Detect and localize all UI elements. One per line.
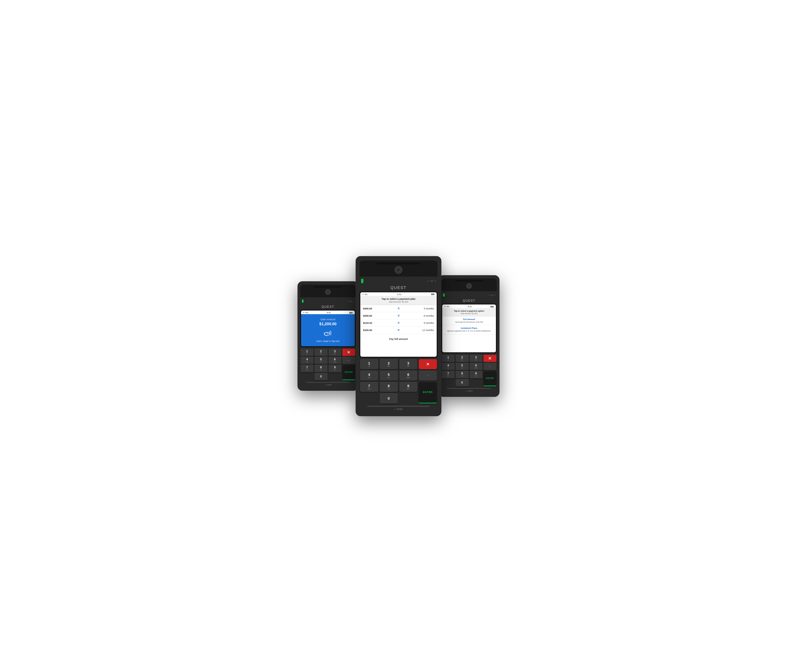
- key-c-9[interactable]: 9WXY: [399, 382, 418, 392]
- key-3[interactable]: 3DEF: [329, 349, 342, 356]
- battery-right: ▮▮▮: [491, 306, 494, 308]
- header-icons: › ▭ ‹: [348, 300, 354, 302]
- key-c-6[interactable]: 6MNO: [399, 371, 418, 381]
- key-c-yellow[interactable]: ←: [419, 371, 437, 381]
- key-2[interactable]: 2ABC: [314, 349, 327, 356]
- led-right: [443, 293, 445, 297]
- key-4[interactable]: 4GHI: [300, 357, 314, 364]
- key-r-3[interactable]: 3DEF: [470, 355, 483, 362]
- key-r-1[interactable]: 1QZ: [442, 355, 455, 362]
- model-label-left: QT850: [327, 384, 332, 386]
- phone-icon-left: ⌂: [324, 384, 326, 386]
- key-c-5[interactable]: 5JKL: [380, 371, 398, 381]
- bottom-bar-center: [367, 406, 430, 407]
- bottom-label-left: ⌂ QT850: [324, 384, 332, 386]
- install-x-2: ✕: [396, 322, 401, 325]
- sale-amount-left: $1,200.00: [319, 322, 337, 326]
- key-r-8[interactable]: 8TUV: [455, 371, 468, 378]
- screen-payment-center: Tap to select a payment plan Sale Amount…: [360, 296, 437, 357]
- key-r-7[interactable]: 7PRS: [442, 371, 455, 378]
- key-r-9[interactable]: 9WXY: [470, 371, 483, 378]
- key-r-2[interactable]: 2ABC: [455, 355, 468, 362]
- key-c-2[interactable]: 2ABC: [380, 359, 398, 369]
- chevron-left-icon: ‹: [353, 300, 354, 302]
- key-enter[interactable]: ENTER: [342, 365, 355, 380]
- header-icons-right: › ▭ ‹: [489, 294, 495, 296]
- screen-subtitle-center: Sale Amount: $1,200: [362, 301, 435, 303]
- key-c-1[interactable]: 1QZ: [360, 359, 378, 369]
- printer-slot: [314, 286, 342, 288]
- terminal-center-top: [359, 261, 438, 277]
- model-label-center: QT850: [396, 408, 403, 410]
- key-8[interactable]: 8TUV: [314, 365, 327, 372]
- status-bar-center: 4G 9:41 ▮▮▮: [360, 292, 437, 296]
- option-title-install: Instalment Plans: [444, 327, 494, 330]
- key-1[interactable]: 1QZ: [300, 349, 314, 356]
- key-r-red[interactable]: ✕: [483, 355, 497, 362]
- pay-full-row[interactable]: Pay full amount: [360, 334, 437, 343]
- screen-title-right: Tap to select a payment option: [444, 310, 494, 312]
- wifi-icon-r: [444, 305, 446, 308]
- screen-right: 4G 9:41 ▮▮▮ Tap to select a payment opti…: [442, 304, 496, 352]
- screen-wrapper-center: 4G 9:41 ▮▮▮ Tap to select a payment plan…: [359, 291, 438, 358]
- option-row-full[interactable]: Full Amount You'll pay the full amount o…: [442, 316, 496, 325]
- install-x-0: ✕: [396, 307, 401, 310]
- option-desc-full: You'll pay the full amount of $1,200: [444, 321, 494, 323]
- rectangle-icon: ▭: [350, 300, 352, 302]
- key-yellow[interactable]: ←: [342, 357, 355, 364]
- keypad-left: 1QZ 2ABC 3DEF ✕ 4GHI 5JKL 6MNO ← 7PRS 8T…: [300, 349, 356, 380]
- terminal-left: › ▭ ‹ Quest 4G 9:41 ▮▮▮: [297, 281, 358, 391]
- led-center: [361, 279, 363, 283]
- install-x-3: ✕: [396, 328, 401, 331]
- screen-center: 4G 9:41 ▮▮▮ Tap to select a payment plan…: [360, 292, 437, 357]
- key-c-enter[interactable]: ENTER: [419, 382, 437, 403]
- option-row-install[interactable]: Instalment Plans Split your payment into…: [442, 325, 496, 334]
- key-r-enter[interactable]: ENTER: [483, 371, 497, 386]
- install-months-3: 12 months: [401, 329, 434, 331]
- key-r-yellow[interactable]: ←: [483, 363, 497, 370]
- sale-label-left: Sale Amount: [321, 318, 335, 321]
- key-c-red[interactable]: ✕: [419, 359, 437, 369]
- key-r-5[interactable]: 5JKL: [455, 363, 468, 370]
- time-left: 9:41: [327, 311, 331, 314]
- battery-center: ▮▮▮: [431, 293, 435, 295]
- led-indicator: [302, 299, 303, 303]
- install-months-1: 6 months: [401, 314, 434, 317]
- keypad-grid-right: 1QZ 2ABC 3DEF ✕ 4GHI 5JKL 6MNO ← 7PRS 8T…: [441, 355, 497, 386]
- screen-title-center: Tap to select a payment plan: [362, 298, 435, 301]
- bottom-bar-left: [306, 382, 350, 383]
- screen-blue-left: Sale Amount $1,200.00 Insert,: [301, 314, 355, 346]
- phone-icon-right: ⌂: [465, 390, 467, 392]
- screen-option-right: Tap to select a payment option Sale Amou…: [442, 308, 496, 352]
- key-9[interactable]: 9WXY: [329, 365, 342, 372]
- key-5[interactable]: 5JKL: [314, 357, 327, 364]
- keypad-right: 1QZ 2ABC 3DEF ✕ 4GHI 5JKL 6MNO ← 7PRS 8T…: [441, 355, 497, 386]
- title-bar-right: Tap to select a payment option Sale Amou…: [442, 308, 496, 316]
- key-0[interactable]: 0: [314, 373, 327, 381]
- brand-name-right: Quest: [463, 299, 475, 302]
- install-row-0[interactable]: $400.00 ✕ 3 months: [360, 305, 437, 312]
- key-r-0[interactable]: 0: [455, 379, 468, 387]
- install-amount-3: $100.00: [363, 329, 396, 331]
- terminal-right: › ▭ ‹ Quest 4G 9:41 ▮▮▮: [439, 275, 500, 397]
- bottom-label-right: ⌂ QT850: [465, 390, 473, 392]
- screen-wrapper-right: 4G 9:41 ▮▮▮ Tap to select a payment opti…: [441, 304, 497, 353]
- signal-right: 4G: [444, 305, 449, 308]
- key-red[interactable]: ✕: [342, 349, 355, 356]
- key-7[interactable]: 7PRS: [300, 365, 314, 372]
- key-c-7[interactable]: 7PRS: [360, 382, 378, 392]
- tap-label-left: Insert, Swipe or Tap card: [317, 340, 340, 342]
- install-months-2: 9 months: [401, 322, 434, 325]
- install-row-1[interactable]: $200.00 ✕ 6 months: [360, 312, 437, 319]
- key-6[interactable]: 6MNO: [329, 357, 342, 364]
- install-row-2[interactable]: $133.33 ✕ 9 months: [360, 319, 437, 326]
- install-row-3[interactable]: $100.00 ✕ 12 months: [360, 326, 437, 334]
- key-c-8[interactable]: 8TUV: [380, 382, 398, 392]
- option-title-full: Full Amount: [444, 318, 494, 320]
- key-c-0[interactable]: 0: [380, 393, 398, 403]
- key-r-6[interactable]: 6MNO: [470, 363, 483, 370]
- key-r-4[interactable]: 4GHI: [442, 363, 455, 370]
- key-c-3[interactable]: 3DEF: [399, 359, 418, 369]
- rectangle-icon-c: ▭: [430, 279, 433, 283]
- key-c-4[interactable]: 4GHI: [360, 371, 378, 381]
